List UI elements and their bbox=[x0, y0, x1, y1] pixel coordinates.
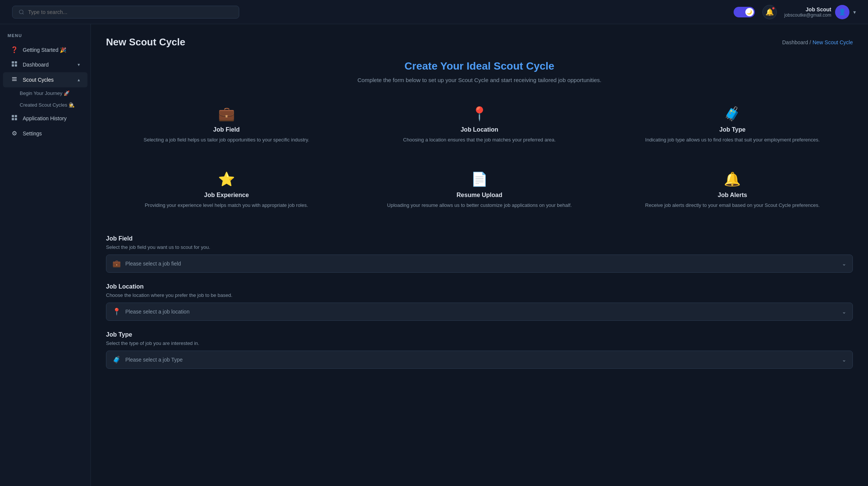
search-icon bbox=[19, 9, 24, 15]
chevron-up-icon: ▴ bbox=[78, 77, 80, 82]
luggage-select-icon: 🧳 bbox=[112, 356, 121, 364]
job-location-placeholder: Please select a job location bbox=[125, 309, 842, 315]
document-upload-icon: 📄 bbox=[366, 171, 592, 187]
feature-title: Job Location bbox=[366, 126, 592, 133]
topbar: 🌙 🔔 Job Scout jobscoutke@gmail.com 👤 ▾ bbox=[0, 0, 868, 24]
feature-title: Job Alerts bbox=[620, 192, 845, 199]
history-icon bbox=[11, 115, 18, 122]
svg-rect-3 bbox=[15, 61, 17, 64]
sidebar-sub-label: Created Scout Cycles 🕵️ bbox=[20, 102, 75, 108]
job-location-select[interactable]: 📍 Please select a job location ⌄ bbox=[106, 303, 853, 321]
star-icon: ⭐ bbox=[114, 171, 339, 187]
feature-card-resume-upload: 📄 Resume Upload Uploading your resume al… bbox=[359, 164, 600, 217]
feature-desc: Choosing a location ensures that the job… bbox=[366, 136, 592, 144]
chevron-down-icon: ⌄ bbox=[842, 261, 846, 267]
form-hint-job-field: Select the job field you want us to scou… bbox=[106, 244, 853, 250]
job-field-placeholder: Please select a job field bbox=[125, 261, 842, 267]
user-text: Job Scout jobscoutke@gmail.com bbox=[784, 6, 831, 18]
form-label-job-type: Job Type bbox=[106, 331, 853, 338]
user-profile[interactable]: Job Scout jobscoutke@gmail.com 👤 ▾ bbox=[784, 5, 856, 19]
form-label-job-field: Job Field bbox=[106, 235, 853, 242]
question-icon: ❓ bbox=[11, 46, 18, 53]
sidebar-item-scout-cycles[interactable]: Scout Cycles ▴ bbox=[3, 72, 87, 87]
feature-card-job-experience: ⭐ Job Experience Providing your experien… bbox=[106, 164, 347, 217]
search-bar[interactable] bbox=[12, 6, 239, 19]
feature-desc: Uploading your resume allows us to bette… bbox=[366, 202, 592, 210]
notification-dot bbox=[772, 7, 775, 10]
svg-point-0 bbox=[19, 10, 23, 14]
feature-card-job-field: 💼 Job Field Selecting a job field helps … bbox=[106, 98, 347, 152]
alert-bell-icon: 🔔 bbox=[620, 171, 845, 187]
form-hint-job-type: Select the type of job you are intereste… bbox=[106, 340, 853, 346]
briefcase-icon: 💼 bbox=[114, 106, 339, 122]
svg-rect-4 bbox=[12, 64, 14, 67]
topbar-right: 🌙 🔔 Job Scout jobscoutke@gmail.com 👤 ▾ bbox=[734, 5, 856, 19]
sidebar-item-getting-started[interactable]: ❓ Getting Started 🎉 bbox=[3, 42, 87, 57]
briefcase-select-icon: 💼 bbox=[112, 259, 121, 268]
feature-card-job-type: 🧳 Job Type Indicating job type allows us… bbox=[612, 98, 853, 152]
svg-rect-10 bbox=[15, 115, 17, 117]
sidebar-scout-cycles-label: Scout Cycles bbox=[23, 77, 73, 83]
feature-title: Job Type bbox=[620, 126, 845, 133]
hero-section: Create Your Ideal Scout Cycle Complete t… bbox=[106, 60, 853, 83]
svg-rect-11 bbox=[12, 118, 14, 120]
feature-desc: Receive job alerts directly to your emai… bbox=[620, 202, 845, 210]
form-section-job-field: Job Field Select the job field you want … bbox=[106, 235, 853, 273]
sidebar-item-label: Getting Started 🎉 bbox=[23, 47, 80, 53]
dashboard-icon bbox=[11, 61, 18, 68]
form-hint-job-location: Choose the location where you prefer the… bbox=[106, 292, 853, 298]
chevron-down-icon: ▾ bbox=[853, 9, 856, 15]
layout: MENU ❓ Getting Started 🎉 Dashboard ▾ bbox=[0, 24, 868, 486]
user-name: Job Scout bbox=[784, 6, 831, 12]
job-type-select[interactable]: 🧳 Please select a job Type ⌄ bbox=[106, 351, 853, 369]
sidebar-sub-scout-cycles: Begin Your Journey 🚀 Created Scout Cycle… bbox=[0, 87, 90, 111]
sidebar-app-history-label: Application History bbox=[23, 115, 80, 121]
chevron-down-icon: ⌄ bbox=[842, 309, 846, 315]
hero-title: Create Your Ideal Scout Cycle bbox=[106, 60, 853, 72]
sidebar-dashboard-label: Dashboard bbox=[23, 62, 73, 68]
sidebar-item-created-cycles[interactable]: Created Scout Cycles 🕵️ bbox=[20, 99, 90, 111]
main-content: New Scout Cycle Dashboard / New Scout Cy… bbox=[91, 24, 868, 486]
feature-desc: Providing your experience level helps ma… bbox=[114, 202, 339, 210]
search-input[interactable] bbox=[28, 9, 233, 15]
breadcrumb-current: New Scout Cycle bbox=[812, 39, 853, 45]
sidebar-sub-label: Begin Your Journey 🚀 bbox=[20, 90, 70, 96]
svg-rect-12 bbox=[15, 118, 17, 120]
svg-line-1 bbox=[23, 13, 24, 14]
sidebar-item-application-history[interactable]: Application History bbox=[3, 111, 87, 126]
job-type-placeholder: Please select a job Type bbox=[125, 357, 842, 363]
feature-card-job-location: 📍 Job Location Choosing a location ensur… bbox=[359, 98, 600, 152]
feature-title: Job Experience bbox=[114, 192, 339, 199]
svg-rect-2 bbox=[12, 61, 14, 64]
form-label-job-location: Job Location bbox=[106, 283, 853, 290]
sidebar-item-dashboard[interactable]: Dashboard ▾ bbox=[3, 57, 87, 72]
svg-rect-9 bbox=[12, 115, 14, 117]
feature-grid: 💼 Job Field Selecting a job field helps … bbox=[106, 98, 853, 217]
feature-desc: Indicating job type allows us to find ro… bbox=[620, 136, 845, 144]
feature-title: Job Field bbox=[114, 126, 339, 133]
form-section-job-type: Job Type Select the type of job you are … bbox=[106, 331, 853, 369]
sidebar-item-settings[interactable]: ⚙ Settings bbox=[3, 126, 87, 141]
location-select-icon: 📍 bbox=[112, 307, 121, 316]
svg-rect-5 bbox=[15, 64, 17, 67]
location-pin-icon: 📍 bbox=[366, 106, 592, 122]
theme-toggle[interactable]: 🌙 bbox=[734, 7, 755, 17]
chevron-down-icon: ▾ bbox=[78, 62, 80, 67]
feature-desc: Selecting a job field helps us tailor jo… bbox=[114, 136, 339, 144]
chevron-down-icon: ⌄ bbox=[842, 357, 846, 363]
settings-icon: ⚙ bbox=[11, 130, 18, 137]
feature-title: Resume Upload bbox=[366, 192, 592, 199]
scout-cycles-icon bbox=[11, 76, 18, 84]
feature-card-job-alerts: 🔔 Job Alerts Receive job alerts directly… bbox=[612, 164, 853, 217]
sidebar: MENU ❓ Getting Started 🎉 Dashboard ▾ bbox=[0, 24, 91, 486]
breadcrumb: Dashboard / New Scout Cycle bbox=[782, 39, 853, 45]
toggle-knob: 🌙 bbox=[745, 8, 754, 16]
job-field-select[interactable]: 💼 Please select a job field ⌄ bbox=[106, 255, 853, 273]
form-section-job-location: Job Location Choose the location where y… bbox=[106, 283, 853, 321]
notification-button[interactable]: 🔔 bbox=[762, 5, 777, 19]
page-title: New Scout Cycle bbox=[106, 36, 185, 48]
sidebar-item-begin-journey[interactable]: Begin Your Journey 🚀 bbox=[20, 87, 90, 99]
breadcrumb-base: Dashboard / bbox=[782, 39, 812, 45]
luggage-icon: 🧳 bbox=[620, 106, 845, 122]
hero-subtitle: Complete the form below to set up your S… bbox=[106, 77, 853, 83]
